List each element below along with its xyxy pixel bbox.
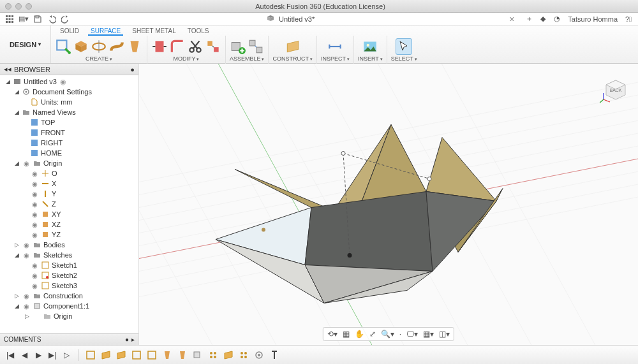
comments-expand-icon[interactable]: ▸ [131, 336, 135, 343]
workspace-switcher[interactable]: DESIGN [0, 25, 51, 63]
timeline-end-icon[interactable]: ▶| [47, 350, 57, 360]
save-icon[interactable] [32, 14, 43, 24]
insert-decal-icon[interactable] [362, 38, 378, 55]
press-pull-icon[interactable] [151, 38, 168, 55]
extensions-icon[interactable]: ◆ [537, 14, 549, 24]
browser-tree[interactable]: ◢Untitled v3◉ ◢Document Settings Units: … [0, 75, 138, 333]
new-component-icon[interactable] [230, 38, 246, 55]
new-sketch-icon[interactable] [55, 38, 71, 55]
tree-root[interactable]: ◢Untitled v3◉ [0, 76, 138, 87]
timeline-feature-loft[interactable] [161, 349, 173, 361]
tab-close-icon[interactable]: × [509, 14, 521, 24]
viewcube[interactable]: BACK [600, 69, 632, 107]
timeline-marker[interactable] [269, 349, 280, 361]
browser-settings-icon[interactable]: ● [130, 66, 135, 73]
browser-collapse-icon[interactable]: ◂◂ [4, 65, 11, 73]
ribbon-label-assemble[interactable]: ASSEMBLE [230, 55, 264, 62]
timeline-start-icon[interactable]: |◀ [5, 350, 15, 360]
tree-bodies[interactable]: ▷◉Bodies [0, 240, 138, 250]
tree-origin[interactable]: ◢◉Origin [0, 158, 138, 168]
timeline-feature-sketch[interactable] [131, 349, 142, 361]
revolve-icon[interactable] [91, 38, 107, 55]
tab-sheet-metal[interactable]: SHEET METAL [130, 27, 179, 36]
browser-header[interactable]: ◂◂ BROWSER ● [0, 64, 138, 75]
timeline-feature-pattern[interactable] [207, 349, 219, 361]
tree-sketches[interactable]: ◢◉Sketches [0, 250, 138, 260]
tree-origin-o[interactable]: ◉O [0, 168, 138, 178]
tree-origin-x[interactable]: ◉X [0, 178, 138, 189]
tree-named-views[interactable]: ◢Named Views [0, 107, 138, 117]
ribbon-label-insert[interactable]: INSERT [358, 55, 383, 62]
tab-solid[interactable]: SOLID [57, 27, 82, 36]
user-name[interactable]: Tatsuro Homma [565, 15, 620, 23]
comments-settings-icon[interactable]: ● [125, 336, 129, 343]
joint-icon[interactable] [248, 38, 264, 55]
redo-icon[interactable] [60, 14, 71, 24]
timeline-feature-settings[interactable] [253, 349, 265, 361]
zoom-window-icon[interactable]: 🔍▾ [381, 330, 394, 339]
model-view[interactable] [139, 64, 638, 345]
display-settings-icon[interactable]: 🖵▾ [406, 330, 418, 339]
ribbon-label-select[interactable]: SELECT [391, 55, 417, 62]
timeline-feature-plane[interactable] [223, 349, 234, 361]
tree-view-top[interactable]: TOP [0, 117, 138, 127]
timeline-feature-pattern[interactable] [238, 349, 249, 361]
grid-settings-icon[interactable]: ▦▾ [423, 330, 434, 339]
tree-sketch2[interactable]: ◉Sketch2 [0, 270, 138, 280]
sweep-icon[interactable] [108, 38, 125, 55]
timeline-feature-plane[interactable] [115, 349, 127, 361]
pan-icon[interactable]: ✋ [355, 330, 364, 339]
measure-icon[interactable] [327, 38, 343, 55]
tree-construction[interactable]: ▷◉Construction [0, 291, 138, 301]
timeline-forward-icon[interactable]: ▶ [33, 350, 43, 360]
tree-view-home[interactable]: HOME [0, 148, 138, 158]
job-status-icon[interactable]: ◔ [551, 14, 563, 24]
tree-origin-yz[interactable]: ◉YZ [0, 229, 138, 240]
ribbon-label-create[interactable]: CREATE [85, 55, 112, 62]
help-icon[interactable]: ?⃝ [623, 14, 634, 24]
tree-units[interactable]: Units: mm [0, 97, 138, 107]
loft-icon[interactable] [126, 38, 143, 55]
extrude-icon[interactable] [73, 38, 89, 55]
viewport-layout-icon[interactable]: ◫▾ [439, 330, 450, 339]
tab-tools[interactable]: TOOLS [185, 27, 212, 36]
tree-origin-z[interactable]: ◉Z [0, 199, 138, 209]
ribbon-label-modify[interactable]: MODIFY [174, 55, 200, 62]
comments-panel[interactable]: COMMENTS ● ▸ [0, 333, 138, 345]
tab-surface[interactable]: SURFACE [88, 27, 123, 36]
file-menu-icon[interactable]: ▤▾ [18, 14, 29, 24]
align-icon[interactable] [205, 38, 221, 55]
undo-icon[interactable] [46, 14, 57, 24]
traffic-close[interactable] [5, 3, 11, 10]
traffic-zoom[interactable] [26, 3, 32, 10]
viewport-canvas[interactable]: BACK ⟲▾ ▦ ✋ ⤢ 🔍▾ · 🖵▾ ▦▾ ◫▾ [139, 64, 638, 345]
look-at-icon[interactable]: ▦ [343, 330, 350, 339]
tree-component[interactable]: ◢◉Component1:1 [0, 301, 138, 311]
trim-icon[interactable] [187, 38, 204, 55]
tree-comp-origin[interactable]: ▷Origin [0, 311, 138, 321]
ribbon-label-construct[interactable]: CONSTRUCT [272, 55, 312, 62]
timeline-feature-loft[interactable] [177, 349, 188, 361]
zoom-icon[interactable]: ⤢ [369, 330, 376, 339]
tree-view-front[interactable]: FRONT [0, 127, 138, 138]
tree-origin-xz[interactable]: ◉XZ [0, 219, 138, 229]
construct-plane-icon[interactable] [285, 38, 301, 55]
timeline-feature-plane[interactable] [100, 349, 112, 361]
timeline-feature-sketch[interactable] [85, 349, 96, 361]
ribbon-label-inspect[interactable]: INSPECT [321, 55, 350, 62]
document-tab-title[interactable]: Untitled v3* [279, 15, 315, 23]
fillet-icon[interactable] [169, 38, 186, 55]
new-design-icon[interactable]: ＋ [523, 14, 535, 24]
timeline-play-icon[interactable]: ▷ [61, 350, 71, 360]
tree-origin-xy[interactable]: ◉XY [0, 209, 138, 219]
tree-sketch1[interactable]: ◉Sketch1 [0, 260, 138, 270]
timeline-feature-sketch[interactable] [146, 349, 158, 361]
tree-view-right[interactable]: RIGHT [0, 138, 138, 148]
select-tool-icon[interactable] [396, 38, 412, 55]
app-grid-icon[interactable] [4, 14, 15, 24]
tree-origin-y[interactable]: ◉Y [0, 189, 138, 199]
tree-sketch3[interactable]: ◉Sketch3 [0, 280, 138, 291]
tree-doc-settings[interactable]: ◢Document Settings [0, 87, 138, 97]
timeline-back-icon[interactable]: ◀ [19, 350, 29, 360]
orbit-icon[interactable]: ⟲▾ [327, 330, 338, 339]
